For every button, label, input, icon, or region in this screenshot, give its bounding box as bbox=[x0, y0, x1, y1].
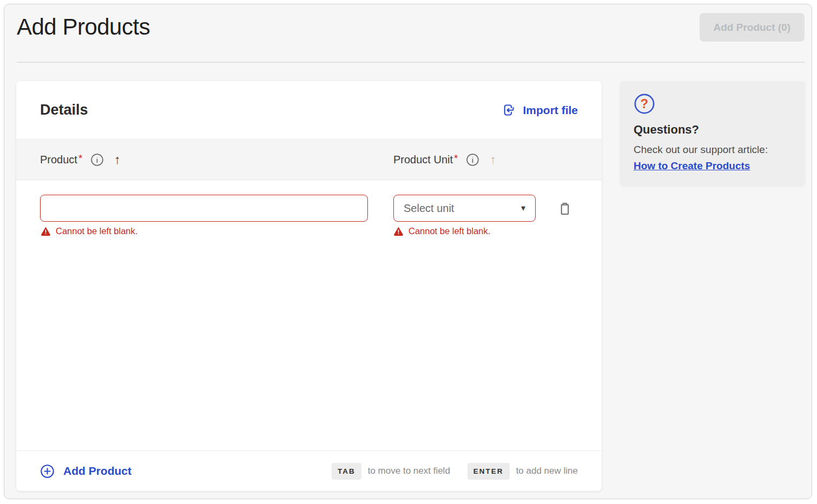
add-product-row-label: Add Product bbox=[63, 465, 131, 478]
keyboard-hints: TAB to move to next field ENTER to add n… bbox=[332, 463, 578, 480]
trash-icon bbox=[557, 201, 573, 217]
unit-error-message: Cannot be left blank. bbox=[393, 226, 490, 236]
table-header-row: Product* ↑ Product Unit* bbox=[16, 140, 602, 180]
help-panel: ? Questions? Check out our support artic… bbox=[620, 81, 806, 187]
header-divider bbox=[17, 62, 805, 63]
tab-hint: to move to next field bbox=[368, 466, 450, 476]
svg-text:?: ? bbox=[641, 96, 649, 111]
info-icon[interactable] bbox=[466, 153, 479, 167]
details-title: Details bbox=[40, 102, 88, 118]
import-file-button[interactable]: Import file bbox=[501, 103, 578, 117]
help-title: Questions? bbox=[634, 123, 792, 137]
info-icon[interactable] bbox=[90, 153, 104, 167]
product-unit-column-header: Product Unit* ↑ bbox=[393, 140, 496, 180]
page-title: Add Products bbox=[17, 14, 150, 40]
add-products-page: Add Products Add Product (0) Details Imp… bbox=[4, 4, 812, 499]
product-unit-column-label: Product Unit* bbox=[393, 154, 458, 166]
unit-select-value: Select unit bbox=[404, 202, 454, 215]
sort-inactive-icon[interactable]: ↑ bbox=[490, 154, 496, 166]
import-icon bbox=[501, 103, 516, 117]
support-article-link[interactable]: How to Create Products bbox=[634, 160, 750, 172]
enter-hint: to add new line bbox=[516, 466, 578, 476]
enter-keycap: ENTER bbox=[467, 463, 510, 480]
add-product-row-button[interactable]: Add Product bbox=[40, 464, 131, 479]
details-card-header: Details Import file bbox=[16, 81, 602, 140]
product-row: Cannot be left blank. Select unit ▾ Cann… bbox=[16, 180, 602, 450]
details-card: Details Import file Product* bbox=[16, 81, 602, 491]
delete-row-button[interactable] bbox=[553, 197, 577, 221]
add-product-submit-button[interactable]: Add Product (0) bbox=[700, 13, 805, 42]
required-asterisk: * bbox=[78, 152, 82, 164]
warning-icon bbox=[393, 226, 404, 236]
product-error-message: Cannot be left blank. bbox=[41, 226, 137, 236]
sort-ascending-icon[interactable]: ↑ bbox=[114, 154, 121, 166]
question-circle-icon: ? bbox=[634, 93, 792, 115]
tab-keycap: TAB bbox=[332, 463, 361, 480]
warning-icon bbox=[41, 226, 51, 236]
required-asterisk: * bbox=[454, 152, 458, 164]
details-card-footer: Add Product TAB to move to next field EN… bbox=[16, 450, 602, 491]
help-body: Check out our support article: bbox=[634, 144, 792, 156]
product-column-label: Product* bbox=[40, 154, 82, 166]
product-name-input[interactable] bbox=[40, 195, 368, 222]
plus-circle-icon bbox=[40, 464, 55, 479]
caret-down-icon: ▾ bbox=[521, 204, 525, 213]
unit-select[interactable]: Select unit ▾ bbox=[393, 195, 536, 222]
product-column-header: Product* ↑ bbox=[40, 140, 121, 180]
import-file-label: Import file bbox=[523, 104, 578, 117]
